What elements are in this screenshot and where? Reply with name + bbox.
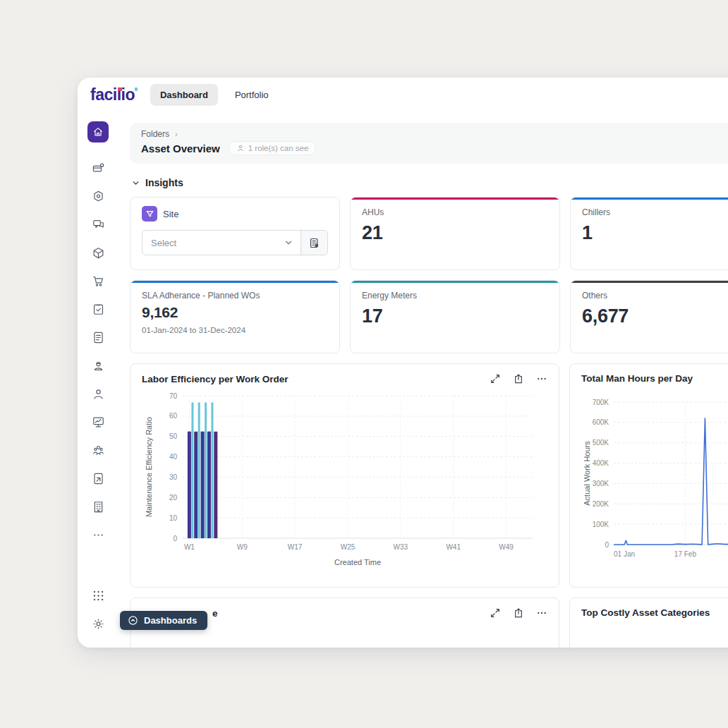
cart-icon xyxy=(92,274,105,288)
site-select-value: Select xyxy=(142,238,277,248)
gear-icon xyxy=(92,617,105,631)
sidebar-item-cart[interactable] xyxy=(92,274,105,288)
svg-text:0: 0 xyxy=(605,541,609,549)
worker-icon xyxy=(92,359,105,372)
more-options-icon[interactable] xyxy=(536,373,547,384)
more-options-icon[interactable] xyxy=(536,607,547,619)
svg-text:400K: 400K xyxy=(593,459,609,467)
breadcrumb-folders-link[interactable]: Folders xyxy=(141,129,169,139)
sidebar-item-building[interactable] xyxy=(92,500,105,514)
file-arrow-icon xyxy=(92,472,105,485)
site-select[interactable]: Select xyxy=(142,230,328,255)
tab-dashboard[interactable]: Dashboard xyxy=(150,84,218,106)
insights-toggle[interactable]: Insights xyxy=(131,177,728,188)
svg-text:W25: W25 xyxy=(341,543,356,551)
kpi-card-energy-meters: Energy Meters 17 xyxy=(350,280,560,353)
sidebar-item-apps-grid[interactable] xyxy=(92,589,105,602)
svg-text:500K: 500K xyxy=(593,439,609,447)
sidebar-item-person[interactable] xyxy=(92,387,105,401)
sidebar-item-clipboard-check[interactable] xyxy=(92,303,105,316)
chat-icon xyxy=(92,218,105,231)
svg-text:70: 70 xyxy=(169,392,178,400)
labor-efficiency-card: Labor Efficiency per Work Order W1W9W17W… xyxy=(130,363,559,588)
svg-text:W41: W41 xyxy=(446,543,461,551)
sidebar-item-worker[interactable] xyxy=(92,359,105,372)
dashboards-button-label: Dashboards xyxy=(144,615,197,626)
logo-dot-pink xyxy=(119,87,122,91)
logo-dot-cyan xyxy=(135,87,138,91)
sidebar-item-wallet-card[interactable] xyxy=(92,162,105,175)
sidebar-item-file-arrow[interactable] xyxy=(92,472,105,485)
man-hours-card: Total Man Hours per Day 01 Jan17 Feb04 A… xyxy=(569,363,728,588)
logo-text: facilio xyxy=(90,85,135,104)
svg-text:10: 10 xyxy=(169,514,178,522)
ellipsis-icon xyxy=(92,528,105,542)
chevron-down-icon xyxy=(131,178,140,188)
form-preview-icon xyxy=(308,237,320,249)
svg-text:Actual Work Hours: Actual Work Hours xyxy=(583,441,591,506)
dashboards-button[interactable]: Dashboards xyxy=(120,611,207,630)
svg-text:600K: 600K xyxy=(593,418,609,426)
people-group-icon xyxy=(92,444,105,457)
sidebar-item-package[interactable] xyxy=(92,246,105,260)
home-icon xyxy=(92,126,104,138)
sidebar-item-monitor-chart[interactable] xyxy=(92,415,105,429)
chevron-up-circle-icon xyxy=(128,615,138,626)
filter-preview-button[interactable] xyxy=(301,231,327,255)
chevron-down-icon xyxy=(277,238,301,248)
breadcrumb-chevron: › xyxy=(175,130,178,138)
kpi-label: SLA Adherance - Planned WOs xyxy=(142,291,328,301)
kpi-date-range: 01-Jan-2024 to 31-Dec-2024 xyxy=(142,326,328,334)
svg-text:100K: 100K xyxy=(593,521,609,528)
expand-icon[interactable] xyxy=(490,373,501,384)
svg-text:W17: W17 xyxy=(288,543,303,551)
kpi-label: Energy Meters xyxy=(362,291,548,301)
site-filter-label: Site xyxy=(163,209,178,219)
kpi-value: 6,677 xyxy=(582,305,728,327)
sidebar-item-ellipsis[interactable] xyxy=(92,528,105,542)
bottom-row: e Top Costly Asset Categories xyxy=(130,597,728,648)
kpi-value: 17 xyxy=(362,305,548,327)
partial-chart-title: e xyxy=(212,608,490,619)
kpi-value: 1 xyxy=(582,222,728,244)
charts-row: Labor Efficiency per Work Order W1W9W17W… xyxy=(130,363,728,588)
monitor-chart-icon xyxy=(92,415,105,429)
kpi-label: AHUs xyxy=(362,207,548,217)
kpi-card-chillers: Chillers 1 xyxy=(570,197,728,270)
main-content: Folders › Asset Overview 1 role(s) can s… xyxy=(119,111,728,648)
person-icon xyxy=(236,144,245,152)
kpi-label: Chillers xyxy=(582,207,728,217)
sidebar-item-hexagon-settings[interactable] xyxy=(92,190,105,203)
top-navigation: facilio Dashboard Portfolio xyxy=(78,78,728,111)
export-icon[interactable] xyxy=(513,607,524,619)
svg-text:30: 30 xyxy=(169,473,178,481)
svg-text:700K: 700K xyxy=(593,399,609,406)
apps-grid-icon xyxy=(92,589,105,602)
tab-portfolio[interactable]: Portfolio xyxy=(225,84,279,106)
roles-badge[interactable]: 1 role(s) can see xyxy=(229,141,317,155)
chart-title: Total Man Hours per Day xyxy=(581,373,728,384)
labor-efficiency-chart: W1W9W17W25W33W41W49010203040506070Mainte… xyxy=(142,387,545,569)
sidebar-item-chat[interactable] xyxy=(92,218,105,231)
kpi-row-1: Site Select AHUs 21 Ch xyxy=(130,197,728,270)
svg-text:W9: W9 xyxy=(237,543,248,551)
filter-icon xyxy=(142,206,157,222)
page-title: Asset Overview xyxy=(141,142,220,154)
export-icon[interactable] xyxy=(513,373,524,384)
expand-icon[interactable] xyxy=(490,607,501,619)
sidebar-item-people-group[interactable] xyxy=(92,444,105,457)
sidebar-item-document-lines[interactable] xyxy=(92,331,105,344)
sidebar-item-gear[interactable] xyxy=(92,617,105,631)
nav-tabs: Dashboard Portfolio xyxy=(150,84,279,106)
facilio-logo: facilio xyxy=(90,87,135,103)
svg-text:W1: W1 xyxy=(184,543,195,551)
kpi-card-others: Others 6,677 xyxy=(570,280,728,353)
sidebar xyxy=(78,111,119,648)
insights-label: Insights xyxy=(145,177,183,188)
svg-text:50: 50 xyxy=(169,432,178,440)
site-filter-card: Site Select xyxy=(130,197,340,270)
sidebar-item-home[interactable] xyxy=(87,121,109,142)
svg-text:01 Jan: 01 Jan xyxy=(614,550,635,558)
chart-title: Top Costly Asset Categories xyxy=(581,607,728,618)
svg-text:20: 20 xyxy=(169,494,178,502)
